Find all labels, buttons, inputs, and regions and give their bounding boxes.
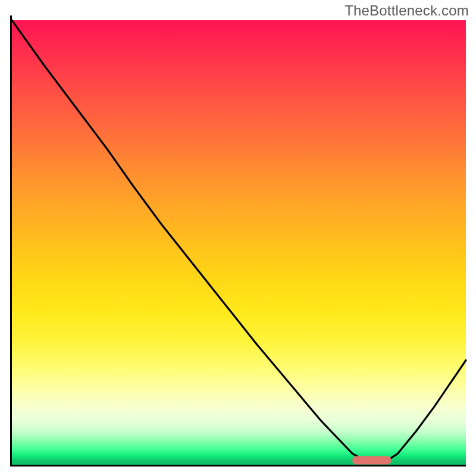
watermark-text: TheBottleneck.com xyxy=(345,2,469,19)
axes-frame xyxy=(10,15,466,466)
chart-stage: TheBottleneck.com xyxy=(0,0,476,476)
